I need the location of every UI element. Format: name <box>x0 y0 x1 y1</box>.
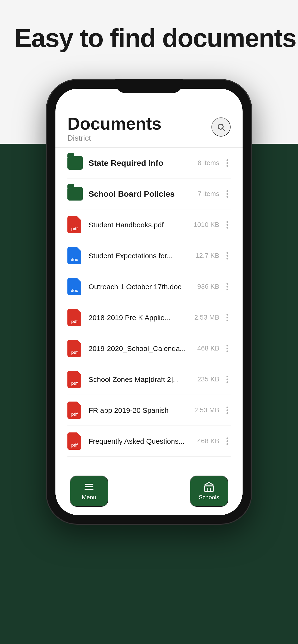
file-item[interactable]: pdf School Zones Map[draft 2]... 235 KB <box>67 364 231 395</box>
file-name-calendar: 2019-2020_School_Calenda... <box>89 344 197 353</box>
file-name-zones: School Zones Map[draft 2]... <box>89 375 197 384</box>
file-meta-outreach: 936 KB <box>197 283 219 290</box>
folder-meta-board: 7 items <box>198 190 219 198</box>
doc-icon-expectations: doc <box>67 247 83 264</box>
file-name-outreach: Outreach 1 October 17th.doc <box>89 282 197 291</box>
menu-button[interactable]: Menu <box>70 476 108 507</box>
more-button-zones[interactable] <box>224 373 231 386</box>
file-item[interactable]: pdf FR app 2019-20 Spanish 2.53 MB <box>67 395 231 426</box>
file-item[interactable]: doc Outreach 1 October 17th.doc 936 KB <box>67 271 231 302</box>
more-button-faq[interactable] <box>224 435 231 447</box>
folder-icon-state <box>67 154 83 172</box>
more-button-board[interactable] <box>224 188 231 200</box>
pdf-icon-calendar: pdf <box>67 340 83 357</box>
file-meta-faq: 468 KB <box>197 437 219 445</box>
file-meta-calendar: 468 KB <box>197 344 219 352</box>
documents-title: Documents <box>67 115 162 132</box>
file-item[interactable]: pdf Student Handbooks.pdf 1010 KB <box>67 210 231 240</box>
more-button-expectations[interactable] <box>224 250 231 262</box>
file-meta-zones: 235 KB <box>197 376 219 383</box>
more-button-prek[interactable] <box>224 312 231 324</box>
folder-name-board: School Board Policies <box>89 188 198 199</box>
pdf-icon-handbooks: pdf <box>67 216 83 233</box>
folder-item[interactable]: School Board Policies 7 items <box>67 178 231 210</box>
more-button-outreach[interactable] <box>224 280 231 293</box>
pdf-icon-prek: pdf <box>67 309 83 326</box>
phone-notch <box>115 79 183 93</box>
app-header: Documents District <box>67 108 231 147</box>
more-button-calendar[interactable] <box>224 342 231 354</box>
pdf-icon-zones: pdf <box>67 371 83 388</box>
hero-title: Easy to find documents <box>14 24 296 52</box>
bottom-nav: Menu Schools <box>55 472 243 515</box>
file-item[interactable]: pdf Frequently Asked Questions... 468 KB <box>67 426 231 457</box>
phone-frame: Documents District <box>46 79 252 525</box>
file-name-expectations: Student Expectations for... <box>89 251 195 260</box>
file-item[interactable]: doc Student Expectations for... 12.7 KB <box>67 240 231 271</box>
file-name-spanish: FR app 2019-20 Spanish <box>89 406 194 415</box>
phone-screen: Documents District <box>55 89 243 515</box>
header-text: Documents District <box>67 115 162 142</box>
file-name-prek: 2018-2019 Pre K Applic... <box>89 313 194 322</box>
file-meta-spanish: 2.53 MB <box>194 406 219 414</box>
folder-icon-board <box>67 185 83 202</box>
doc-icon-outreach: doc <box>67 278 83 295</box>
file-name-handbooks: Student Handbooks.pdf <box>89 220 194 230</box>
file-meta-expectations: 12.7 KB <box>195 252 219 260</box>
phone-mockup: Documents District <box>46 79 252 525</box>
file-item[interactable]: pdf 2018-2019 Pre K Applic... 2.53 MB <box>67 302 231 333</box>
file-meta-prek: 2.53 MB <box>194 314 219 321</box>
folder-item[interactable]: State Required Info 8 items <box>67 148 231 178</box>
svg-rect-5 <box>205 486 214 491</box>
more-button-handbooks[interactable] <box>224 219 231 231</box>
file-list: State Required Info 8 items School Board… <box>67 148 231 472</box>
file-meta-handbooks: 1010 KB <box>194 221 219 228</box>
pdf-icon-faq: pdf <box>67 432 83 450</box>
schools-button[interactable]: Schools <box>190 476 228 507</box>
file-item[interactable]: pdf 2019-2020_School_Calenda... 468 KB <box>67 333 231 364</box>
more-button-state[interactable] <box>224 157 231 169</box>
svg-line-1 <box>223 129 225 130</box>
menu-label: Menu <box>82 494 96 501</box>
schools-label: Schools <box>199 494 219 501</box>
pdf-icon-spanish: pdf <box>67 402 83 419</box>
app-content: Documents District <box>55 108 243 472</box>
district-subtitle: District <box>67 134 162 142</box>
file-name-faq: Frequently Asked Questions... <box>89 436 197 446</box>
folder-meta-state: 8 items <box>198 159 219 167</box>
folder-name-state: State Required Info <box>89 158 198 168</box>
more-button-spanish[interactable] <box>224 404 231 416</box>
search-button[interactable] <box>211 118 231 136</box>
